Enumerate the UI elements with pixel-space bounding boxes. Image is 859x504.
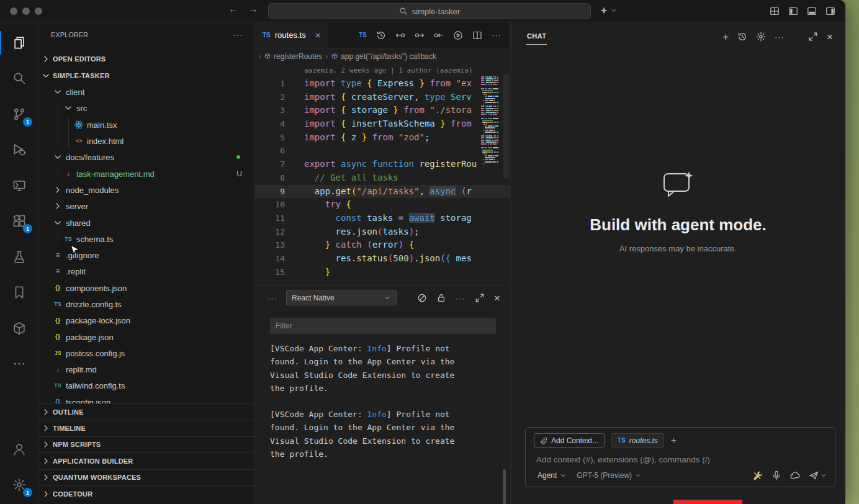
section-outline[interactable]: OUTLINE: [38, 403, 254, 420]
tree-item-server[interactable]: server: [38, 198, 254, 214]
tree-item-postcss-config-js[interactable]: JSpostcss.config.js: [38, 345, 254, 361]
tree-item-main-tsx[interactable]: main.tsx: [38, 117, 254, 133]
open-changes-icon[interactable]: [395, 30, 405, 40]
model-picker[interactable]: GPT-5 (Preview): [573, 469, 645, 482]
open-editors-section[interactable]: OPEN EDITORS: [38, 52, 254, 66]
tree-item-index-html[interactable]: <>index.html: [38, 133, 254, 149]
panel-scrollbar[interactable]: [503, 469, 506, 504]
panel-more-tabs-icon[interactable]: ···: [268, 294, 277, 303]
chat-input-field[interactable]: Add context (#), extensions (@), command…: [536, 455, 710, 464]
activity-item-remote-explorer[interactable]: [0, 168, 38, 204]
breadcrumb-item[interactable]: registerRoutes: [264, 52, 322, 61]
tree-item--replit[interactable]: ≡.replit: [38, 263, 254, 279]
activity-item-extensions[interactable]: 1: [0, 204, 38, 240]
activity-item-testing[interactable]: [0, 239, 38, 275]
activity-item-search[interactable]: [0, 61, 38, 97]
tree-item-drizzle-config-ts[interactable]: TSdrizzle.config.ts: [38, 296, 254, 312]
section-codetour[interactable]: CODETOUR: [38, 485, 254, 502]
line-number: 15: [255, 266, 285, 279]
section-quantum-workspaces[interactable]: QUANTUM WORKSPACES: [38, 469, 254, 485]
customize-layout-icon[interactable]: [770, 6, 780, 16]
send-button[interactable]: [809, 470, 827, 480]
tree-item-docs-features[interactable]: docs/features: [38, 149, 254, 165]
code-editor[interactable]: aazemia, 2 weeks ago | 1 author (aazemia…: [255, 65, 510, 286]
close-tab-icon[interactable]: ×: [315, 30, 321, 40]
tools-icon[interactable]: [753, 470, 763, 480]
tree-item-components-json[interactable]: {}components.json: [38, 280, 254, 296]
context-file-chip[interactable]: TS routes.ts: [611, 433, 664, 448]
tree-item-node-modules[interactable]: node_modules: [38, 182, 254, 198]
tree-item-src[interactable]: src: [38, 100, 254, 116]
tree-item-package-lock-json[interactable]: {}package-lock.json: [38, 312, 254, 328]
command-center-search[interactable]: simple-tasker: [268, 3, 591, 19]
toggle-secondary-sidebar-icon[interactable]: [825, 6, 835, 16]
activity-item-accounts[interactable]: [0, 431, 38, 467]
editor-more-actions-icon[interactable]: ···: [492, 30, 501, 40]
chat-history-icon[interactable]: [737, 32, 747, 42]
run-ts-file-icon[interactable]: TS: [359, 32, 367, 38]
tree-item-tailwind-config-ts[interactable]: TStailwind.config.ts: [38, 377, 254, 394]
activity-item-source-control[interactable]: 1: [0, 96, 38, 132]
nav-back-icon[interactable]: ←: [228, 4, 238, 15]
mode-picker[interactable]: Agent: [534, 469, 570, 482]
breadcrumb-item[interactable]: app.get("/api/tasks") callback: [331, 52, 436, 61]
new-chat-icon[interactable]: +: [722, 32, 729, 42]
add-file-icon[interactable]: +: [671, 435, 677, 446]
panel-more-actions-icon[interactable]: ···: [456, 294, 465, 303]
maximize-chat-icon[interactable]: [808, 32, 818, 42]
workspace-root-section[interactable]: SIMPLE-TASKER: [38, 69, 254, 83]
cloud-icon[interactable]: [790, 470, 800, 480]
microphone-icon[interactable]: [771, 470, 781, 480]
chevron-down-icon: [559, 472, 567, 479]
close-chat-icon[interactable]: ×: [827, 32, 833, 42]
activity-item-bookmarks[interactable]: [0, 275, 38, 311]
tree-item--gitignore[interactable]: ≡.gitignore: [38, 247, 254, 263]
sidebar-more-actions-icon[interactable]: ···: [233, 30, 243, 40]
tree-item-client[interactable]: client: [38, 84, 254, 100]
next-change-icon[interactable]: [434, 30, 444, 40]
activity-item-packages[interactable]: [0, 310, 38, 346]
split-editor-icon[interactable]: [472, 30, 482, 40]
section-application-builder[interactable]: APPLICATION BUILDER: [38, 452, 254, 469]
code-line-13: 13 } catch (error) {: [255, 238, 510, 252]
editor-scrollbar[interactable]: [503, 73, 509, 179]
add-context-button[interactable]: Add Context...: [534, 433, 605, 448]
tree-item-shared[interactable]: shared: [38, 214, 254, 230]
activity-item-more[interactable]: [0, 346, 38, 382]
output-channel-select[interactable]: React Native: [286, 290, 397, 305]
badge: 1: [23, 488, 32, 497]
lock-scroll-icon[interactable]: [436, 293, 446, 303]
chat-more-actions-icon[interactable]: ···: [775, 32, 785, 42]
minimap[interactable]: [481, 76, 498, 173]
activity-item-settings[interactable]: 1: [0, 467, 38, 503]
run-file-icon[interactable]: [453, 30, 463, 40]
nav-forward-icon[interactable]: →: [248, 4, 258, 15]
maximize-panel-icon[interactable]: [475, 293, 485, 303]
minimize-window-button[interactable]: [22, 7, 30, 15]
tree-item-replit-md[interactable]: ↓replit.md: [38, 361, 254, 377]
clear-output-icon[interactable]: [417, 293, 427, 303]
close-panel-icon[interactable]: ×: [494, 293, 500, 304]
close-window-button[interactable]: [10, 7, 17, 15]
markdown-file-icon: ↓: [63, 169, 73, 179]
tree-item-task-management-md[interactable]: ↓task-management.mdU: [38, 165, 254, 181]
zoom-window-button[interactable]: [35, 7, 42, 15]
timeline-icon[interactable]: [376, 30, 386, 40]
tree-item-schema-ts[interactable]: TSschema.ts: [38, 231, 254, 247]
tab-routes-ts[interactable]: TS routes.ts ×: [255, 22, 328, 48]
previous-change-icon[interactable]: [415, 30, 425, 40]
panel-actions: ··· ×: [417, 293, 500, 304]
toggle-panel-icon[interactable]: [807, 6, 817, 16]
chat-settings-icon[interactable]: [756, 32, 766, 42]
section-timeline[interactable]: TIMELINE: [38, 420, 254, 436]
copilot-menu-button[interactable]: [600, 6, 618, 15]
activity-item-explorer[interactable]: [0, 25, 38, 61]
tree-item-tsconfig-json[interactable]: {}tsconfig.json: [38, 394, 254, 403]
output-filter-input[interactable]: [270, 318, 496, 334]
toggle-sidebar-icon[interactable]: [788, 6, 798, 16]
line-number: 14: [255, 252, 285, 266]
tab-chat[interactable]: CHAT: [526, 29, 547, 45]
activity-item-run-debug[interactable]: [0, 132, 38, 168]
tree-item-package-json[interactable]: {}package.json: [38, 328, 254, 344]
section-npm-scripts[interactable]: NPM SCRIPTS: [38, 436, 254, 452]
